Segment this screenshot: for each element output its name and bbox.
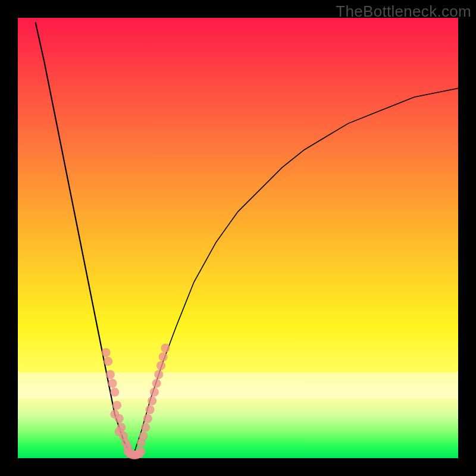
highlight-dot [146,405,155,414]
highlight-dot [115,414,124,423]
highlight-dot [154,370,163,379]
curves-svg [18,18,458,458]
site-watermark: TheBottleneck.com [336,2,471,21]
highlight-dot [156,361,165,370]
highlight-dot [110,388,119,397]
highlight-dot [139,432,148,441]
highlight-dot [102,348,111,357]
highlight-dot [141,423,150,432]
highlight-dot [106,370,115,379]
highlight-dot [137,447,146,456]
highlight-dot [161,344,170,353]
highlight-dot [148,396,156,405]
highlight-dot [152,379,161,388]
right-curve [132,88,458,458]
highlight-dot [108,379,117,388]
highlight-dot [104,357,112,366]
highlight-dot [159,352,168,361]
highlight-dot [150,388,159,397]
chart-frame: TheBottleneck.com [0,0,476,476]
highlight-dot [112,401,121,410]
highlight-dot [143,414,152,423]
